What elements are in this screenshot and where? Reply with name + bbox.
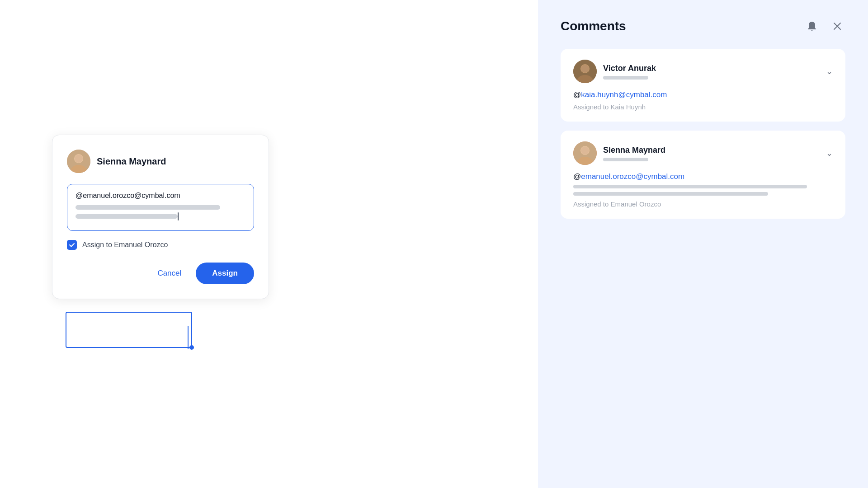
right-panel: Comments (538, 0, 868, 488)
comment-user-row-victor: Victor Anurak ⌄ (573, 60, 833, 83)
at-symbol-1: @ (573, 90, 581, 99)
victor-mention: @kaia.huynh@cymbal.com (573, 90, 833, 99)
content-line-1 (573, 185, 807, 188)
mention-input-box[interactable]: @emanuel.orozco@cymbal.com (67, 184, 254, 231)
comment-user-info-sienna: Sienna Maynard (573, 141, 665, 165)
notification-button[interactable] (804, 18, 820, 34)
content-line-2 (573, 192, 768, 196)
sienna-mention: @emanuel.orozco@cymbal.com (573, 172, 833, 181)
placeholder-line-1 (75, 205, 220, 210)
victor-assigned-text: Assigned to Kaia Huynh (573, 103, 833, 111)
comment-user-text-victor: Victor Anurak (603, 64, 656, 80)
sienna-user-line (603, 158, 648, 161)
comment-user-text-sienna: Sienna Maynard (603, 145, 665, 161)
victor-name: Victor Anurak (603, 64, 656, 73)
bell-icon (807, 21, 817, 32)
svg-point-11 (581, 146, 589, 155)
comment-user-info-victor: Victor Anurak (573, 60, 656, 83)
comment-card-victor: Victor Anurak ⌄ @kaia.huynh@cymbal.com A… (561, 49, 845, 122)
action-buttons: Cancel Assign (67, 263, 254, 284)
assign-checkbox[interactable] (67, 240, 77, 250)
card-user-name: Sienna Maynard (97, 156, 166, 167)
at-symbol-2: @ (573, 172, 581, 181)
placeholder-line-2 (75, 214, 178, 219)
checkbox-label: Assign to Emanuel Orozco (82, 241, 168, 249)
sienna-mention-link[interactable]: emanuel.orozco@cymbal.com (581, 172, 684, 181)
comment-card-sienna: Sienna Maynard ⌄ @emanuel.orozco@cymbal.… (561, 131, 845, 219)
cancel-button[interactable]: Cancel (150, 264, 189, 282)
assignment-card: Sienna Maynard @emanuel.orozco@cymbal.co… (52, 135, 269, 299)
selection-box (66, 312, 192, 348)
avatar (67, 150, 90, 173)
comments-header: Comments (561, 18, 845, 34)
close-icon (832, 21, 843, 32)
header-icons (804, 18, 845, 34)
sienna-name: Sienna Maynard (603, 145, 665, 155)
victor-mention-link[interactable]: kaia.huynh@cymbal.com (581, 90, 667, 99)
svg-point-3 (75, 155, 83, 163)
chevron-down-icon-sienna[interactable]: ⌄ (826, 148, 833, 158)
avatar-sienna (573, 141, 597, 165)
avatar-victor (573, 60, 597, 83)
comment-user-row-sienna: Sienna Maynard ⌄ (573, 141, 833, 165)
card-user-header: Sienna Maynard (67, 150, 254, 173)
checkbox-row[interactable]: Assign to Emanuel Orozco (67, 240, 254, 250)
sienna-assigned-text: Assigned to Emanuel Orozco (573, 200, 833, 208)
close-button[interactable] (829, 18, 845, 34)
chevron-down-icon-victor[interactable]: ⌄ (826, 66, 833, 76)
left-panel: Sienna Maynard @emanuel.orozco@cymbal.co… (0, 0, 321, 488)
mention-email-text: @emanuel.orozco@cymbal.com (75, 192, 245, 200)
selection-line (188, 326, 189, 349)
victor-user-line (603, 76, 648, 80)
selection-dot (189, 345, 194, 350)
assign-button[interactable]: Assign (196, 263, 254, 284)
comments-title: Comments (561, 19, 626, 33)
sienna-content-lines (573, 185, 833, 196)
svg-point-7 (581, 65, 589, 73)
